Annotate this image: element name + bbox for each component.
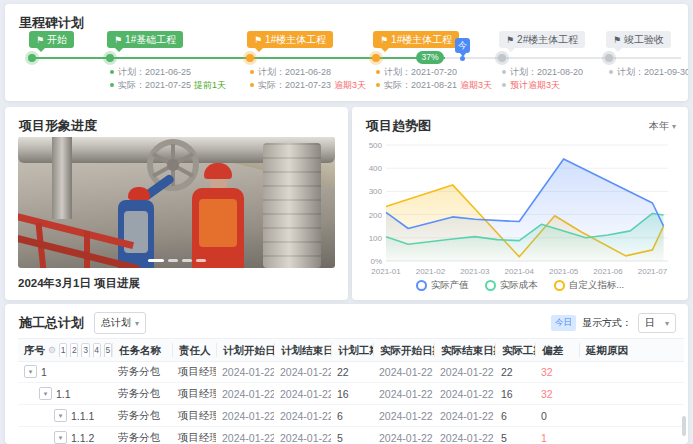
table-cell: 2024-01-22 <box>216 366 274 378</box>
date-status-text: 提前1天 <box>194 80 226 90</box>
svg-text:2021-07: 2021-07 <box>638 267 668 276</box>
column-header-seq: 序号⚙12345 <box>18 343 112 357</box>
today-label: 今 <box>458 40 467 50</box>
table-cell: 2024-01-22 <box>216 388 274 400</box>
legend-label: 实际产值 <box>431 279 469 292</box>
table-body: ▾1劳务分包项目经理12024-01-222024-01-22222024-01… <box>18 361 684 444</box>
column-header: 偏差 <box>535 343 579 357</box>
expand-toggle-icon[interactable]: ▾ <box>54 431 67 444</box>
seq-text: 1.1 <box>56 388 71 400</box>
milestone-label: 1#楼主体工程 <box>265 34 326 45</box>
photo-left-pipe <box>52 137 72 219</box>
table-cell: 2024-01-22 <box>274 410 331 422</box>
date-text: 计划：2021-07-20 <box>384 67 457 77</box>
table-cell: 6 <box>495 410 535 422</box>
legend-item[interactable]: 实际成本 <box>485 279 538 292</box>
milestone-badge[interactable]: ⚑2#楼主体工程 <box>499 31 585 48</box>
level-button-4[interactable]: 4 <box>93 343 101 357</box>
legend-marker <box>485 280 496 291</box>
date-bullet <box>110 83 114 87</box>
schedule-header: 施工总计划 总计划 ▾ <box>19 312 146 334</box>
table-scrollbar[interactable] <box>682 416 686 436</box>
milestone-date-line: 预计逾期3天 <box>502 79 583 91</box>
expand-toggle-icon[interactable]: ▾ <box>54 409 67 422</box>
milestone-label: 竣工验收 <box>624 34 664 45</box>
milestone-badge[interactable]: ⚑1#楼主体工程 <box>373 31 459 48</box>
plan-type-select[interactable]: 总计划 ▾ <box>94 312 146 334</box>
svg-text:2021-04: 2021-04 <box>505 267 535 276</box>
milestone-label: 开始 <box>47 34 67 45</box>
milestone-badge[interactable]: ⚑1#基础工程 <box>107 31 183 48</box>
table-cell: 5 <box>495 432 535 444</box>
milestone-dates: 计划：2021-07-20实际：2021-08-21逾期3天 <box>376 66 492 92</box>
table-cell: 22 <box>495 366 535 378</box>
flag-icon: ⚑ <box>506 35 514 45</box>
table-row[interactable]: ▾1劳务分包项目经理12024-01-222024-01-22222024-01… <box>18 361 684 383</box>
legend-item[interactable]: 实际产值 <box>416 279 469 292</box>
date-text: 实际：2021-07-25 <box>118 80 191 90</box>
table-row[interactable]: ▾1.1.1劳务分包项目经理22024-01-222024-01-2262024… <box>18 405 684 427</box>
chevron-down-icon: ▾ <box>665 319 669 328</box>
chart-range-select[interactable]: 本年 ▾ <box>649 119 676 133</box>
milestone-badge[interactable]: ⚑竣工验收 <box>606 31 671 48</box>
svg-text:2021-06: 2021-06 <box>593 267 623 276</box>
chevron-down-icon: ▾ <box>135 319 139 328</box>
table-cell: 2024-01-22 <box>274 366 331 378</box>
chevron-down-icon: ▾ <box>672 122 676 131</box>
legend-item[interactable]: 自定义指标... <box>554 279 624 292</box>
table-cell: 2024-01-22 <box>274 388 331 400</box>
photo-worker-left <box>110 187 180 268</box>
today-marker: 今 <box>455 38 470 53</box>
flag-icon: ⚑ <box>254 35 262 45</box>
column-header: 实际结束日期 <box>434 343 495 357</box>
table-cell: 32 <box>535 388 579 400</box>
milestone-node-dot <box>106 54 114 62</box>
progress-photo[interactable] <box>18 137 335 268</box>
date-text: 预计逾期3天 <box>510 80 560 90</box>
photo-worker-right <box>186 163 256 268</box>
gear-icon[interactable]: ⚙ <box>48 343 56 357</box>
display-mode-value: 日 <box>645 316 655 330</box>
milestone-node-dot <box>498 54 506 62</box>
seq-text: 1 <box>41 366 47 378</box>
column-header: 任务名称 <box>112 343 172 357</box>
table-cell: 16 <box>495 388 535 400</box>
level-button-3[interactable]: 3 <box>81 343 89 357</box>
expand-toggle-icon[interactable]: ▾ <box>39 387 52 400</box>
level-button-2[interactable]: 2 <box>70 343 78 357</box>
trend-chart: 5004003002001000%2021-012021-022021-0320… <box>360 137 678 279</box>
progress-photo-title: 项目形象进度 <box>19 117 97 135</box>
milestone-date-line: 计划：2021-06-25 <box>110 66 226 78</box>
table-cell: 项目经理3 <box>172 431 216 444</box>
seq-text: 1.1.1 <box>71 410 94 422</box>
table-cell: 2024-01-22 <box>434 410 495 422</box>
level-button-5[interactable]: 5 <box>104 343 112 357</box>
table-row[interactable]: ▾1.1.2劳务分包项目经理32024-01-222024-01-2252024… <box>18 427 684 444</box>
table-cell: 22 <box>331 366 373 378</box>
table-row[interactable]: ▾1.1劳务分包项目经理12024-01-222024-01-22162024-… <box>18 383 684 405</box>
milestone-badge[interactable]: ⚑1#楼主体工程 <box>247 31 333 48</box>
plan-type-value: 总计划 <box>101 316 131 330</box>
trend-chart-panel: 项目趋势图 本年 ▾ 5004003002001000%2021-012021-… <box>352 107 688 300</box>
table-cell: 2024-01-22 <box>434 366 495 378</box>
table-cell: 2024-01-22 <box>373 366 434 378</box>
legend-label: 自定义指标... <box>569 279 624 292</box>
today-badge[interactable]: 今日 <box>551 315 576 331</box>
table-cell: 2024-01-22 <box>274 432 331 444</box>
carousel-dots[interactable] <box>148 259 206 262</box>
table-cell: 2024-01-22 <box>373 388 434 400</box>
table-cell: 1 <box>535 432 579 444</box>
date-bullet <box>609 70 613 74</box>
date-bullet <box>250 83 254 87</box>
display-mode-select[interactable]: 日 ▾ <box>638 313 676 333</box>
expand-toggle-icon[interactable]: ▾ <box>24 365 37 378</box>
table-cell: 劳务分包 <box>112 409 172 423</box>
photo-railing-post <box>84 231 90 268</box>
table-cell: 2024-01-22 <box>434 432 495 444</box>
svg-text:300: 300 <box>369 187 383 196</box>
level-button-1[interactable]: 1 <box>59 343 67 357</box>
milestone-badge[interactable]: ⚑开始 <box>29 31 74 48</box>
seq-cell: ▾1.1.1 <box>18 409 112 422</box>
svg-text:2021-05: 2021-05 <box>549 267 579 276</box>
schedule-controls: 今日 显示方式： 日 ▾ <box>551 313 676 333</box>
